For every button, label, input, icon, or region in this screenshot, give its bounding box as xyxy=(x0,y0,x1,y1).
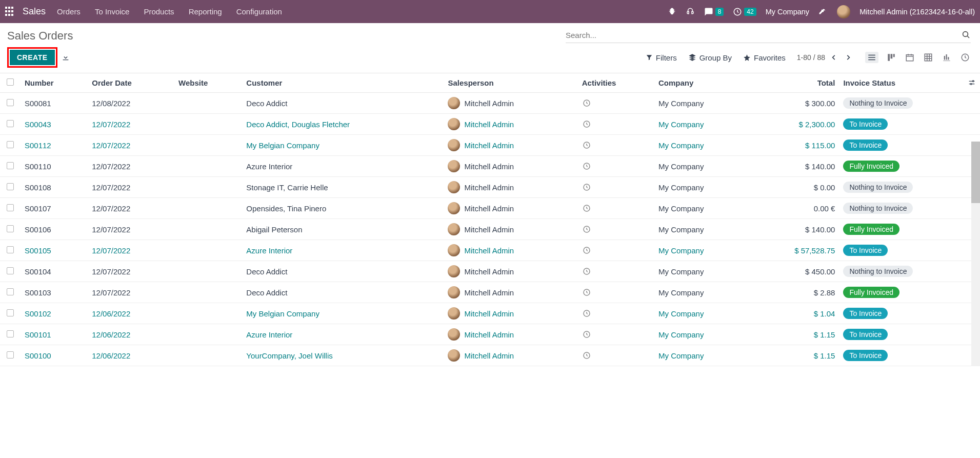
tools-icon[interactable] xyxy=(818,7,828,16)
nav-orders[interactable]: Orders xyxy=(57,7,81,16)
cell-salesperson[interactable]: Mitchell Admin xyxy=(448,307,573,320)
clock-icon[interactable] xyxy=(582,225,650,234)
cell-salesperson[interactable]: Mitchell Admin xyxy=(448,202,573,214)
user-name[interactable]: Mitchell Admin (21623424-16-0-all) xyxy=(859,8,975,16)
table-row[interactable]: S0011212/07/2022My Belgian CompanyMitche… xyxy=(0,135,980,156)
scrollbar[interactable] xyxy=(971,142,980,366)
table-row[interactable]: S0010012/06/2022YourCompany, Joel Willis… xyxy=(0,345,980,366)
table-row[interactable]: S0008112/08/2022Deco AddictMitchell Admi… xyxy=(0,93,980,114)
cell-number[interactable]: S00102 xyxy=(25,309,51,318)
select-all-checkbox[interactable] xyxy=(7,78,14,86)
col-salesperson[interactable]: Salesperson xyxy=(444,73,577,93)
create-button[interactable]: CREATE xyxy=(10,50,55,65)
col-customer[interactable]: Customer xyxy=(242,73,444,93)
cell-number[interactable]: S00100 xyxy=(25,351,51,360)
row-checkbox[interactable] xyxy=(7,267,14,274)
cell-salesperson[interactable]: Mitchell Admin xyxy=(448,97,573,109)
cell-customer[interactable]: Azure Interior xyxy=(246,246,292,255)
messages-icon[interactable]: 8 xyxy=(704,7,724,16)
company-switcher[interactable]: My Company xyxy=(766,8,809,16)
cell-customer[interactable]: Stonage IT, Carrie Helle xyxy=(246,183,328,192)
row-checkbox[interactable] xyxy=(7,309,14,316)
cell-company[interactable]: My Company xyxy=(658,288,704,297)
nav-products[interactable]: Products xyxy=(144,7,174,16)
row-checkbox[interactable] xyxy=(7,225,14,232)
cell-number[interactable]: S00105 xyxy=(25,246,51,255)
col-orderdate[interactable]: Order Date xyxy=(88,73,174,93)
groupby-button[interactable]: Group By xyxy=(688,53,732,62)
apps-icon[interactable] xyxy=(5,7,15,17)
filters-button[interactable]: Filters xyxy=(646,53,677,62)
clock-icon[interactable] xyxy=(582,204,650,213)
col-company[interactable]: Company xyxy=(654,73,751,93)
clock-icon[interactable] xyxy=(582,141,650,150)
pivot-view-icon[interactable] xyxy=(923,52,934,63)
download-icon[interactable] xyxy=(62,53,70,62)
col-website[interactable]: Website xyxy=(174,73,242,93)
cell-number[interactable]: S00103 xyxy=(25,288,51,297)
cell-company[interactable]: My Company xyxy=(658,141,704,150)
cell-salesperson[interactable]: Mitchell Admin xyxy=(448,328,573,341)
table-row[interactable]: S0010412/07/2022Deco AddictMitchell Admi… xyxy=(0,261,980,282)
row-checkbox[interactable] xyxy=(7,183,14,190)
favorites-button[interactable]: Favorites xyxy=(743,53,786,62)
cell-customer[interactable]: My Belgian Company xyxy=(246,309,319,318)
support-icon[interactable] xyxy=(686,7,695,16)
cell-customer[interactable]: Azure Interior xyxy=(246,330,292,339)
search-input[interactable] xyxy=(566,31,962,39)
cell-customer[interactable]: Deco Addict, Douglas Fletcher xyxy=(246,120,350,129)
cell-company[interactable]: My Company xyxy=(658,330,704,339)
cell-salesperson[interactable]: Mitchell Admin xyxy=(448,349,573,362)
bug-icon[interactable] xyxy=(668,7,676,16)
cell-customer[interactable]: Azure Interior xyxy=(246,162,292,171)
cell-company[interactable]: My Company xyxy=(658,204,704,213)
avatar[interactable] xyxy=(837,5,850,18)
table-row[interactable]: S0010512/07/2022Azure InteriorMitchell A… xyxy=(0,240,980,261)
clock-icon[interactable] xyxy=(582,120,650,129)
cell-number[interactable]: S00110 xyxy=(25,162,51,171)
row-checkbox[interactable] xyxy=(7,288,14,295)
row-checkbox[interactable] xyxy=(7,120,14,127)
activities-icon[interactable]: 42 xyxy=(733,7,756,16)
clock-icon[interactable] xyxy=(582,267,650,276)
col-number[interactable]: Number xyxy=(21,73,88,93)
cell-number[interactable]: S00081 xyxy=(25,99,51,108)
cell-salesperson[interactable]: Mitchell Admin xyxy=(448,286,573,298)
col-total[interactable]: Total xyxy=(751,73,839,93)
cell-salesperson[interactable]: Mitchell Admin xyxy=(448,244,573,256)
cell-customer[interactable]: My Belgian Company xyxy=(246,141,319,150)
pager-next[interactable] xyxy=(843,54,854,61)
graph-view-icon[interactable] xyxy=(941,52,952,63)
cell-salesperson[interactable]: Mitchell Admin xyxy=(448,139,573,151)
cell-number[interactable]: S00104 xyxy=(25,267,51,276)
cell-company[interactable]: My Company xyxy=(658,183,704,192)
cell-salesperson[interactable]: Mitchell Admin xyxy=(448,160,573,172)
table-row[interactable]: S0010712/07/2022Opensides, Tina PineroMi… xyxy=(0,198,980,219)
clock-icon[interactable] xyxy=(582,330,650,339)
col-invoice-status[interactable]: Invoice Status xyxy=(839,73,980,93)
cell-customer[interactable]: Deco Addict xyxy=(246,99,287,108)
cell-company[interactable]: My Company xyxy=(658,309,704,318)
col-activities[interactable]: Activities xyxy=(578,73,654,93)
row-checkbox[interactable] xyxy=(7,99,14,106)
row-checkbox[interactable] xyxy=(7,330,14,337)
cell-number[interactable]: S00112 xyxy=(25,141,51,150)
table-row[interactable]: S0011012/07/2022Azure InteriorMitchell A… xyxy=(0,156,980,177)
table-row[interactable]: S0010112/06/2022Azure InteriorMitchell A… xyxy=(0,324,980,345)
table-row[interactable]: S0010312/07/2022Deco AddictMitchell Admi… xyxy=(0,282,980,303)
cell-company[interactable]: My Company xyxy=(658,351,704,360)
kanban-view-icon[interactable] xyxy=(886,52,897,63)
row-checkbox[interactable] xyxy=(7,141,14,148)
clock-icon[interactable] xyxy=(582,351,650,360)
column-options-icon[interactable] xyxy=(968,78,976,87)
clock-icon[interactable] xyxy=(582,246,650,255)
row-checkbox[interactable] xyxy=(7,204,14,211)
pager-prev[interactable] xyxy=(828,54,839,61)
cell-customer[interactable]: Deco Addict xyxy=(246,267,287,276)
cell-customer[interactable]: YourCompany, Joel Willis xyxy=(246,351,332,360)
clock-icon[interactable] xyxy=(582,162,650,171)
cell-number[interactable]: S00108 xyxy=(25,183,51,192)
cell-number[interactable]: S00101 xyxy=(25,330,51,339)
row-checkbox[interactable] xyxy=(7,162,14,169)
activity-view-icon[interactable] xyxy=(959,52,971,63)
